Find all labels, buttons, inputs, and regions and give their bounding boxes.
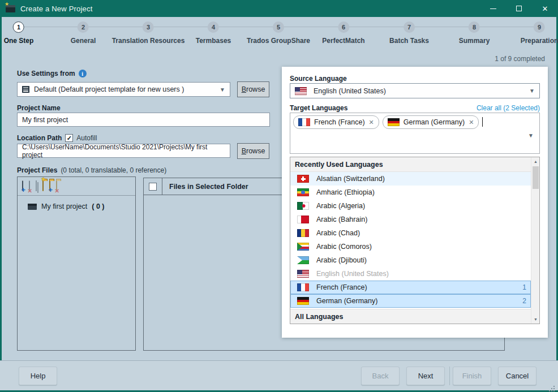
template-icon <box>22 86 29 93</box>
project-tree-panel: My first project ( 0 ) <box>17 176 136 351</box>
language-option-arabic-bahrain[interactable]: Arabic (Bahrain) <box>290 213 531 226</box>
chevron-down-icon[interactable]: ▼ <box>528 132 534 139</box>
flag-chad-icon <box>297 229 309 237</box>
window-title: Create a New Project <box>20 5 93 13</box>
step-circle: 1 <box>13 21 24 33</box>
app-icon <box>6 5 15 12</box>
language-option-arabic-algeria[interactable]: Arabic (Algeria) <box>290 199 531 213</box>
new-folder-icon[interactable] <box>49 181 50 191</box>
step-general[interactable]: 2 General <box>71 21 96 45</box>
project-tree-root[interactable]: My first project ( 0 ) <box>28 203 135 210</box>
step-label: Translation Resources <box>112 37 185 45</box>
step-circle: 2 <box>78 21 89 33</box>
autofill-checkbox[interactable]: ✓ <box>65 134 73 142</box>
resize-grip[interactable] <box>553 386 555 387</box>
scroll-up-icon[interactable]: ▲ <box>531 157 540 166</box>
footer-bar: Help Back Next Finish Cancel <box>0 360 558 390</box>
back-button: Back <box>361 367 400 385</box>
language-option-german-selected[interactable]: German (Germany) 2 <box>290 294 531 308</box>
step-translation-resources[interactable]: 3 Translation Resources <box>112 21 185 45</box>
step-perfectmatch[interactable]: 6 PerfectMatch <box>322 21 364 45</box>
use-settings-label: Use Settings from i <box>17 70 87 77</box>
copy-files-icon[interactable] <box>36 181 37 191</box>
minimize-button[interactable] <box>480 0 506 17</box>
settings-template-value: Default (Default project template for ne… <box>34 85 184 93</box>
location-path-input[interactable]: C:\Users\UserName\Documents\Studio 2021\… <box>17 144 230 158</box>
scrollbar-thumb[interactable] <box>533 166 539 189</box>
chevron-down-icon: ▼ <box>220 87 225 93</box>
titlebar: Create a New Project ✕ <box>0 0 558 17</box>
flag-switzerland-icon <box>297 175 309 183</box>
settings-browse-button[interactable]: Browse <box>237 81 269 97</box>
remove-tag-icon[interactable]: ✕ <box>469 119 474 126</box>
step-summary[interactable]: 8 Summary <box>459 21 490 45</box>
language-option-alsatian[interactable]: Alsatian (Switzerland) <box>290 172 531 186</box>
step-circle: 6 <box>338 21 349 33</box>
language-option-french-selected[interactable]: French (France) 1 <box>290 281 531 294</box>
button-divider <box>449 367 450 385</box>
scrollbar[interactable]: ▲ ▼ <box>531 157 539 324</box>
all-languages-header[interactable]: All Languages <box>290 309 531 324</box>
step-batch-tasks[interactable]: 7 Batch Tasks <box>389 21 429 45</box>
settings-template-combobox[interactable]: Default (Default project template for ne… <box>17 82 230 97</box>
step-label: Termbases <box>196 37 231 45</box>
step-trados-groupshare[interactable]: 5 Trados GroupShare <box>247 21 310 45</box>
flag-usa-icon <box>297 270 309 278</box>
language-option-english-us: English (United States) <box>290 267 531 281</box>
maximize-button[interactable] <box>506 0 532 17</box>
step-label: One Step <box>4 37 34 45</box>
project-name-value: My first project <box>22 116 68 124</box>
tree-item-label: My first project <box>41 203 87 210</box>
location-path-label: Location Path ✓ Autofill <box>17 134 97 142</box>
project-name-input[interactable]: My first project <box>17 113 270 127</box>
target-languages-label: Target Languages <box>290 104 347 112</box>
source-language-label: Source Language <box>290 75 347 83</box>
cancel-button[interactable]: Cancel <box>498 367 536 385</box>
project-files-label: Project Files (0 total, 0 translatable, … <box>17 166 166 174</box>
select-all-files-checkbox[interactable] <box>149 183 157 191</box>
minimize-icon <box>490 8 496 9</box>
remove-files-icon[interactable] <box>29 181 30 191</box>
clear-all-link[interactable]: Clear all (2 Selected) <box>477 104 540 112</box>
add-folder-with-files-icon[interactable] <box>42 181 44 191</box>
recently-used-header: Recently Used Languages <box>290 157 531 172</box>
location-browse-button[interactable]: Browse <box>237 143 269 159</box>
next-button[interactable]: Next <box>406 367 445 385</box>
remove-tag-icon[interactable]: ✕ <box>369 119 374 126</box>
remove-folder-icon[interactable] <box>56 181 57 191</box>
add-files-icon[interactable] <box>22 181 23 191</box>
target-language-tag-french[interactable]: French (France) ✕ <box>293 115 379 129</box>
step-preparation[interactable]: 9 Preparation <box>521 21 558 45</box>
step-circle: 8 <box>469 21 480 33</box>
maximize-icon <box>516 6 522 11</box>
scroll-down-icon[interactable]: ▼ <box>531 315 540 324</box>
step-label: Summary <box>459 37 490 45</box>
close-button[interactable]: ✕ <box>532 0 558 17</box>
project-files-counts: (0 total, 0 translatable, 0 reference) <box>61 166 166 174</box>
project-folder-icon <box>28 204 37 210</box>
step-label: General <box>71 37 96 45</box>
language-option-arabic-djibouti[interactable]: Arabic (Djibouti) <box>290 253 531 267</box>
step-one-step[interactable]: 1 One Step <box>4 21 34 45</box>
finish-button: Finish <box>453 367 491 385</box>
language-option-arabic-chad[interactable]: Arabic (Chad) <box>290 226 531 240</box>
flag-ethiopia-icon <box>297 188 309 196</box>
step-label: Trados GroupShare <box>247 37 310 45</box>
flag-germany-icon <box>297 297 309 305</box>
selection-order-badge: 1 <box>522 283 526 291</box>
language-option-amharic[interactable]: Amharic (Ethiopia) <box>290 186 531 199</box>
create-new-project-dialog: Create a New Project ✕ 1 One Step 2 Gene… <box>0 0 558 392</box>
step-label: PerfectMatch <box>322 37 364 45</box>
target-languages-input[interactable]: French (France) ✕ German (Germany) ✕ ▼ <box>290 113 540 154</box>
target-language-tag-german[interactable]: German (Germany) ✕ <box>383 115 479 129</box>
language-option-arabic-comoros[interactable]: Arabic (Comoros) <box>290 240 531 253</box>
step-termbases[interactable]: 4 Termbases <box>196 21 231 45</box>
source-language-combobox[interactable]: English (United States) ▼ <box>290 83 540 98</box>
step-label: Batch Tasks <box>389 37 429 45</box>
help-button[interactable]: Help <box>19 367 57 385</box>
step-circle: 4 <box>208 21 219 33</box>
step-circle: 9 <box>534 21 545 33</box>
info-icon[interactable]: i <box>79 70 87 77</box>
text-cursor <box>482 117 483 127</box>
flag-comoros-icon <box>297 243 309 251</box>
